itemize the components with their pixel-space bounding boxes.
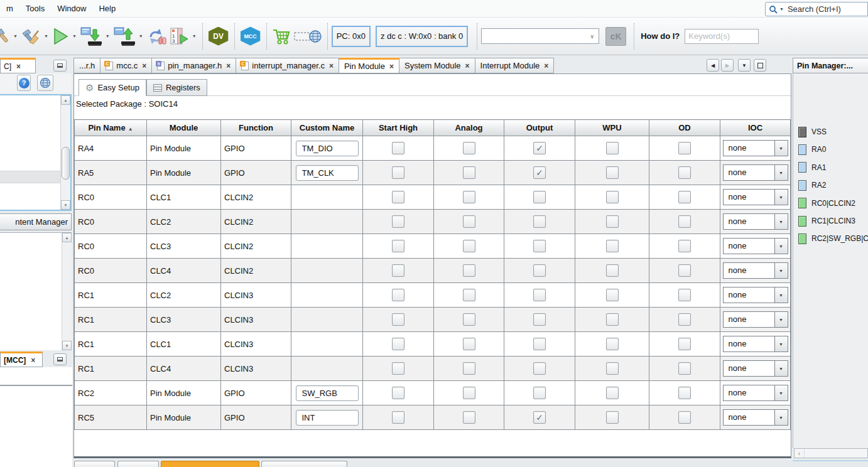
wpu-checkbox[interactable] [606, 289, 619, 301]
column-header-start-high[interactable]: Start High [363, 120, 434, 136]
analog-checkbox[interactable] [463, 338, 475, 350]
analog-checkbox[interactable] [463, 289, 475, 301]
left-panel-tab[interactable]: C] × [0, 58, 36, 73]
close-tab-icon[interactable]: × [544, 62, 548, 70]
output-checkbox[interactable] [533, 338, 546, 350]
od-checkbox[interactable] [678, 142, 691, 154]
analog-checkbox[interactable] [463, 240, 475, 252]
debug-dropdown-icon[interactable]: ▼ [192, 34, 197, 38]
wpu-checkbox[interactable] [606, 411, 619, 424]
scroll-up-button[interactable]: ▲ [61, 95, 70, 105]
chevron-down-icon[interactable]: ▼ [774, 141, 788, 156]
chevron-down-icon[interactable]: ▼ [774, 165, 788, 180]
minimize-window-button[interactable] [53, 60, 67, 72]
build-project-button[interactable] [0, 24, 11, 49]
menu-item-m[interactable]: m [0, 4, 19, 13]
chevron-down-icon[interactable]: ▼ [774, 312, 788, 327]
analog-checkbox[interactable] [463, 264, 475, 277]
clean-build-button[interactable] [19, 24, 42, 49]
menu-item-window[interactable]: Window [51, 4, 92, 13]
bottom-tab[interactable] [261, 461, 347, 467]
column-header-od[interactable]: OD [649, 120, 720, 136]
analog-checkbox[interactable] [463, 215, 475, 228]
search-box[interactable]: ▼ [765, 2, 868, 16]
menu-item-tools[interactable]: Tools [19, 4, 51, 13]
pin-item-ra2[interactable]: RA2 [798, 176, 826, 194]
output-checkbox[interactable] [533, 387, 546, 399]
close-tab-icon[interactable]: × [142, 62, 146, 70]
device-info-globe-button[interactable] [292, 24, 323, 49]
ioc-combo[interactable]: none▼ [723, 360, 788, 377]
chevron-down-icon[interactable]: ▼ [774, 410, 788, 425]
chevron-down-icon[interactable]: ▼ [774, 287, 788, 303]
device-combo[interactable]: ∨ [481, 28, 599, 44]
build-dropdown-icon[interactable]: ▼ [13, 34, 18, 38]
program-dropdown-icon[interactable]: ▼ [106, 34, 110, 38]
chevron-down-icon[interactable]: ▼ [774, 190, 788, 205]
analog-checkbox[interactable] [463, 411, 475, 424]
close-tab-icon[interactable]: × [329, 62, 334, 70]
start-high-checkbox[interactable] [392, 215, 404, 228]
output-checkbox[interactable] [533, 215, 546, 228]
output-checkbox[interactable] [533, 191, 546, 203]
close-tab-icon[interactable]: × [465, 62, 470, 70]
output-checkbox-checked[interactable]: ✓ [533, 166, 546, 179]
output-checkbox-checked[interactable]: ✓ [533, 411, 546, 424]
od-checkbox[interactable] [678, 313, 691, 326]
pin-item-rc0[interactable]: RC0|CLCIN2 [798, 195, 855, 212]
chevron-down-icon[interactable]: ▼ [774, 361, 788, 376]
tab-registers[interactable]: Registers [146, 79, 207, 96]
close-tab-icon[interactable]: × [389, 62, 394, 71]
ioc-combo[interactable]: none▼ [723, 140, 788, 156]
start-high-checkbox[interactable] [392, 240, 404, 252]
column-header-analog[interactable]: Analog [434, 120, 504, 136]
globe-button[interactable] [37, 75, 53, 91]
mcc-button[interactable]: MCC [239, 24, 263, 49]
column-header-module[interactable]: Module [147, 120, 221, 136]
od-checkbox[interactable] [678, 215, 691, 228]
od-checkbox[interactable] [678, 338, 691, 350]
od-checkbox[interactable] [678, 240, 691, 252]
output-checkbox[interactable] [533, 313, 546, 326]
output-checkbox[interactable] [533, 240, 546, 252]
pin-item-rc1[interactable]: RC1|CLCIN3 [798, 212, 855, 230]
start-high-checkbox[interactable] [392, 191, 404, 203]
vertical-scrollbar[interactable]: ▲ ▼ [62, 233, 72, 350]
od-checkbox[interactable] [678, 387, 691, 399]
start-high-checkbox[interactable] [392, 362, 404, 375]
custom-name-input[interactable] [296, 385, 359, 401]
make-program-device-button[interactable] [79, 24, 104, 49]
vertical-scrollbar[interactable]: ▲ ▼ [60, 95, 70, 210]
editor-tab-interrupt-manager-c[interactable]: Cinterrupt_manager.c× [236, 58, 339, 73]
ioc-combo[interactable]: none▼ [723, 287, 788, 303]
chevron-down-icon[interactable]: ▼ [774, 214, 788, 229]
close-icon[interactable]: × [16, 62, 21, 71]
tab-easy-setup[interactable]: ⚙ Easy Setup [79, 79, 146, 96]
tab-list-dropdown-button[interactable]: ▼ [738, 59, 751, 72]
analog-checkbox[interactable] [463, 387, 475, 399]
mcc-panel-tab[interactable]: [MCC] × [0, 352, 43, 367]
debug-project-button[interactable]: 13 [168, 24, 190, 49]
wpu-checkbox[interactable] [606, 166, 619, 179]
scroll-left-button[interactable]: ‹ [795, 449, 805, 458]
column-header-ioc[interactable]: IOC [720, 120, 791, 136]
wpu-checkbox[interactable] [606, 264, 619, 277]
pin-item-rc2[interactable]: RC2|SW_RGB|C [798, 230, 868, 247]
pin-item-ra1[interactable]: RA1 [798, 159, 826, 176]
refresh-debug-tool-button[interactable] [145, 24, 168, 49]
analog-checkbox[interactable] [463, 166, 475, 179]
horizontal-scrollbar[interactable]: ‹ [794, 448, 868, 458]
ioc-combo[interactable]: none▼ [723, 311, 788, 328]
analog-checkbox[interactable] [463, 362, 475, 375]
column-header-wpu[interactable]: WPU [575, 120, 649, 136]
purchase-cart-button[interactable] [271, 24, 292, 49]
close-tab-icon[interactable]: × [226, 62, 231, 70]
pin-manager-title[interactable]: Pin Manager:... [793, 58, 868, 73]
clean-build-dropdown-icon[interactable]: ▼ [44, 34, 48, 38]
start-high-checkbox[interactable] [392, 338, 404, 350]
ioc-combo[interactable]: none▼ [723, 164, 788, 181]
output-checkbox-checked[interactable]: ✓ [533, 142, 546, 154]
analog-checkbox[interactable] [463, 191, 475, 203]
bottom-tab[interactable] [74, 461, 115, 467]
output-checkbox[interactable] [533, 362, 546, 375]
